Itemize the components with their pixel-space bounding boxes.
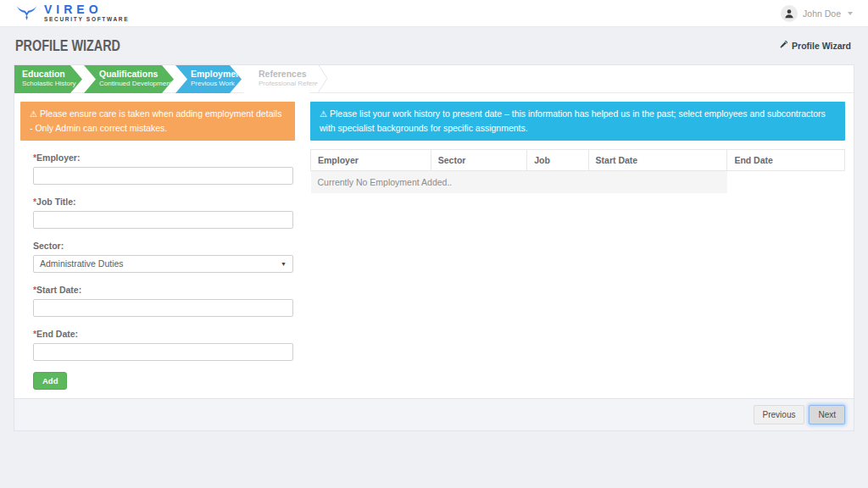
step-education[interactable]: Education Scholastic History (14, 65, 82, 93)
profile-wizard-panel: Education Scholastic History Qualificati… (14, 64, 854, 431)
table-header-row: Employer Sector Job Start Date End Date (311, 149, 845, 170)
employment-table: Employer Sector Job Start Date End Date … (310, 149, 845, 193)
sector-label: Sector: (33, 241, 293, 251)
brand-tagline: SECURITY SOFTWARE (44, 17, 129, 23)
col-header-start-date: Start Date (588, 149, 727, 170)
col-header-sector: Sector (431, 149, 526, 170)
add-button[interactable]: Add (33, 372, 67, 390)
breadcrumb-label: Profile Wizard (792, 41, 851, 51)
job-title-label: *Job Title: (33, 197, 293, 207)
info-text: Please list your work history to present… (320, 108, 826, 133)
start-date-label: *Start Date: (33, 285, 293, 295)
brand-name: VIREO (44, 3, 129, 15)
warning-text: Please ensure care is taken when adding … (30, 108, 281, 133)
wrench-icon (779, 41, 787, 51)
chevron-down-icon (848, 12, 853, 15)
page-header: PROFILE WIZARD Profile Wizard (0, 27, 868, 64)
chevron-down-icon: ▼ (281, 261, 287, 267)
user-menu[interactable]: John Doe (781, 5, 853, 22)
table-empty-row: Currently No Employment Added.. (311, 170, 845, 193)
step-qualifications[interactable]: Qualifications Continued Development (84, 65, 174, 93)
admin-warning-alert: ⚠Please ensure care is taken when adding… (20, 102, 295, 141)
wizard-steps: Education Scholastic History Qualificati… (14, 65, 854, 93)
wizard-content: ⚠Please ensure care is taken when adding… (14, 93, 854, 398)
breadcrumb: Profile Wizard (779, 41, 851, 51)
step-label: Employment (191, 69, 236, 80)
employment-form: *Employer: *Job Title: Sector: Administr… (33, 152, 293, 390)
employment-form-column: ⚠Please ensure care is taken when adding… (20, 102, 295, 390)
wizard-footer: Previous Next (14, 398, 854, 430)
user-name: John Doe (803, 8, 841, 19)
step-sublabel: Professional Referee (259, 80, 316, 88)
sector-selected-value: Administrative Duties (40, 258, 124, 269)
col-header-end-date: End Date (727, 149, 845, 170)
col-header-employer: Employer (311, 149, 431, 170)
sector-select[interactable]: Administrative Duties ▼ (33, 255, 293, 273)
step-sublabel: Scholastic History (22, 80, 77, 88)
brand-logo: VIREO SECURITY SOFTWARE (15, 3, 129, 23)
step-label: Education (22, 69, 77, 80)
employer-input[interactable] (33, 167, 293, 185)
work-history-info-alert: ⚠Please list your work history to presen… (310, 102, 845, 141)
vireo-bird-icon (15, 3, 38, 23)
employment-history-column: ⚠Please list your work history to presen… (310, 102, 845, 390)
start-date-input[interactable] (33, 299, 293, 317)
top-navbar: VIREO SECURITY SOFTWARE John Doe (0, 0, 868, 27)
step-employment[interactable]: Employment Previous Work (175, 65, 242, 93)
warning-icon: ⚠ (30, 109, 37, 119)
employer-label: *Employer: (33, 152, 293, 163)
step-sublabel: Previous Work (191, 80, 236, 88)
step-references[interactable]: References Professional Referee (243, 65, 321, 93)
col-header-job: Job (527, 149, 588, 170)
empty-state-message: Currently No Employment Added.. (311, 170, 727, 193)
avatar (781, 5, 798, 22)
previous-button[interactable]: Previous (754, 405, 805, 424)
page-title: PROFILE WIZARD (15, 37, 120, 55)
end-date-label: *End Date: (33, 329, 293, 339)
end-date-input[interactable] (33, 343, 293, 361)
warning-icon: ⚠ (320, 109, 327, 119)
step-sublabel: Continued Development (99, 80, 169, 88)
next-button[interactable]: Next (809, 405, 845, 424)
empty-spacer (727, 170, 845, 193)
step-label: Qualifications (99, 69, 169, 80)
step-label: References (259, 69, 316, 80)
job-title-input[interactable] (33, 211, 293, 229)
